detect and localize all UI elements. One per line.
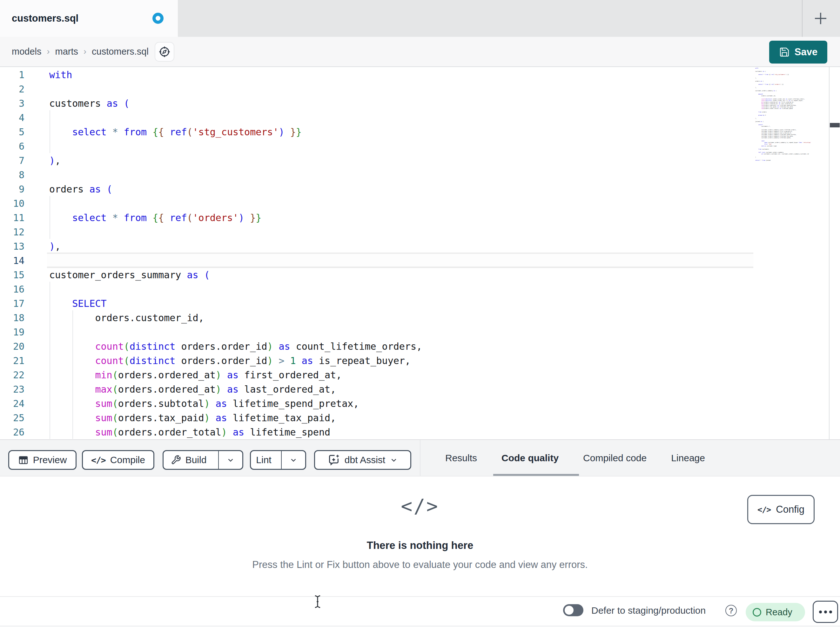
line-number: 23: [0, 382, 35, 396]
code-text: [35, 168, 49, 182]
config-button[interactable]: </> Config: [747, 495, 815, 524]
config-label: Config: [776, 504, 804, 515]
code-line[interactable]: 26 sum(orders.order_total) as lifetime_s…: [0, 425, 753, 439]
tabbar-divider: [802, 0, 802, 37]
scrollbar-thumb[interactable]: [830, 123, 840, 127]
dbt-assist-label: dbt Assist: [344, 454, 385, 465]
line-number: 20: [0, 339, 35, 354]
code-line[interactable]: 24 sum(orders.subtotal) as lifetime_spen…: [0, 396, 753, 411]
code-line[interactable]: 13),: [0, 239, 753, 253]
code-text: count(distinct orders.order_id) as count…: [35, 339, 422, 354]
breadcrumb: models › marts › customers.sql: [12, 37, 148, 66]
breadcrumb-item-file[interactable]: customers.sql: [92, 46, 148, 57]
lint-split-button: Lint: [250, 450, 306, 470]
code-line[interactable]: 3customers as (: [0, 96, 753, 111]
breadcrumb-item-marts[interactable]: marts: [55, 46, 79, 57]
code-line[interactable]: 20 count(distinct orders.order_id) as co…: [0, 339, 753, 354]
line-number: 22: [0, 368, 35, 382]
line-number: 3: [0, 96, 35, 111]
line-number: 24: [0, 396, 35, 411]
line-number: 16: [0, 282, 35, 296]
code-line[interactable]: 2: [0, 82, 753, 96]
code-text: min(orders.ordered_at) as first_ordered_…: [35, 368, 342, 382]
line-number: 21: [0, 354, 35, 368]
code-icon: </>: [0, 495, 840, 517]
chevron-down-icon: [289, 456, 298, 464]
code-line[interactable]: 7),: [0, 153, 753, 168]
defer-toggle[interactable]: [563, 604, 583, 616]
tab-lineage[interactable]: Lineage: [671, 452, 705, 463]
code-text: [35, 325, 49, 339]
dbt-assist-button[interactable]: dbt Assist: [314, 450, 411, 470]
table-grid-icon: [18, 455, 28, 465]
code-text: select * from {{ ref('orders') }}: [35, 210, 261, 225]
tab-code-quality[interactable]: Code quality: [502, 452, 559, 463]
code-editor[interactable]: 1with23customers as (45 select * from {{…: [0, 67, 840, 440]
code-line[interactable]: 23 max(orders.ordered_at) as last_ordere…: [0, 382, 753, 396]
empty-state-title: There is nothing here: [0, 539, 840, 551]
tab-customers-sql[interactable]: customers.sql: [0, 0, 178, 37]
new-tab-button[interactable]: [812, 10, 829, 27]
breadcrumb-separator: ›: [47, 47, 50, 57]
code-text: ),: [35, 239, 61, 253]
save-button[interactable]: Save: [769, 41, 827, 63]
plus-icon: [812, 10, 829, 27]
code-line[interactable]: 12: [0, 225, 753, 239]
code-line[interactable]: 25 sum(orders.tax_paid) as lifetime_tax_…: [0, 411, 753, 425]
code-text: [35, 253, 49, 268]
line-number: 1: [0, 68, 35, 82]
code-line[interactable]: 1with: [0, 68, 753, 82]
line-number: 17: [0, 296, 35, 311]
code-text: customer_orders_summary as (: [35, 268, 210, 282]
code-text: [35, 282, 49, 296]
line-number: 15: [0, 268, 35, 282]
code-line[interactable]: 19: [0, 325, 753, 339]
status-circle-icon: [753, 608, 761, 617]
tab-results[interactable]: Results: [445, 452, 477, 463]
code-text: ),: [35, 153, 61, 168]
code-line[interactable]: 18 orders.customer_id,: [0, 311, 753, 325]
build-dropdown-button[interactable]: [218, 451, 242, 469]
file-navigate-button[interactable]: [155, 42, 174, 62]
code-line[interactable]: 14: [0, 253, 753, 268]
code-line[interactable]: 22 min(orders.ordered_at) as first_order…: [0, 368, 753, 382]
breadcrumb-row: models › marts › customers.sql Save: [0, 37, 840, 67]
code-line[interactable]: 5 select * from {{ ref('stg_customers') …: [0, 125, 753, 139]
status-label: Ready: [766, 607, 793, 617]
build-button[interactable]: Build: [164, 451, 214, 469]
code-text: select * from {{ ref('stg_customers') }}: [35, 125, 302, 139]
compile-button[interactable]: </> Compile: [82, 450, 154, 470]
editor-lines: 1with23customers as (45 select * from {{…: [0, 68, 753, 439]
status-badge: Ready: [746, 603, 805, 621]
result-tabs: Results Code quality Compiled code Linea…: [445, 440, 705, 476]
question-circle-icon[interactable]: ?: [725, 605, 737, 616]
code-text: customers as (: [35, 96, 129, 111]
code-line[interactable]: 17 SELECT: [0, 296, 753, 311]
code-line[interactable]: 4: [0, 111, 753, 125]
line-number: 26: [0, 425, 35, 439]
minimap[interactable]: with customers as ( select * from {{ ref…: [755, 67, 827, 163]
code-line[interactable]: 11 select * from {{ ref('orders') }}: [0, 210, 753, 225]
code-line[interactable]: 6: [0, 139, 753, 153]
breadcrumb-item-models[interactable]: models: [12, 46, 42, 57]
code-line[interactable]: 15customer_orders_summary as (: [0, 268, 753, 282]
compile-label: Compile: [110, 454, 145, 465]
code-text: sum(orders.subtotal) as lifetime_spend_p…: [35, 396, 359, 411]
code-line[interactable]: 16: [0, 282, 753, 296]
lint-button[interactable]: Lint: [251, 451, 276, 469]
code-line[interactable]: 8: [0, 168, 753, 182]
preview-button[interactable]: Preview: [8, 450, 77, 470]
ellipsis-icon: [819, 611, 822, 614]
editor-tab-bar: customers.sql: [0, 0, 840, 37]
floppy-disk-icon: [779, 47, 790, 57]
line-number: 13: [0, 239, 35, 253]
code-line[interactable]: 21 count(distinct orders.order_id) > 1 a…: [0, 354, 753, 368]
chevron-down-icon: [226, 456, 235, 464]
more-options-button[interactable]: [813, 601, 838, 623]
lint-dropdown-button[interactable]: [281, 451, 305, 469]
tab-compiled-code[interactable]: Compiled code: [583, 452, 647, 463]
code-text: count(distinct orders.order_id) > 1 as i…: [35, 354, 411, 368]
line-number: 6: [0, 139, 35, 153]
code-line[interactable]: 9orders as (: [0, 182, 753, 196]
code-line[interactable]: 10: [0, 196, 753, 210]
